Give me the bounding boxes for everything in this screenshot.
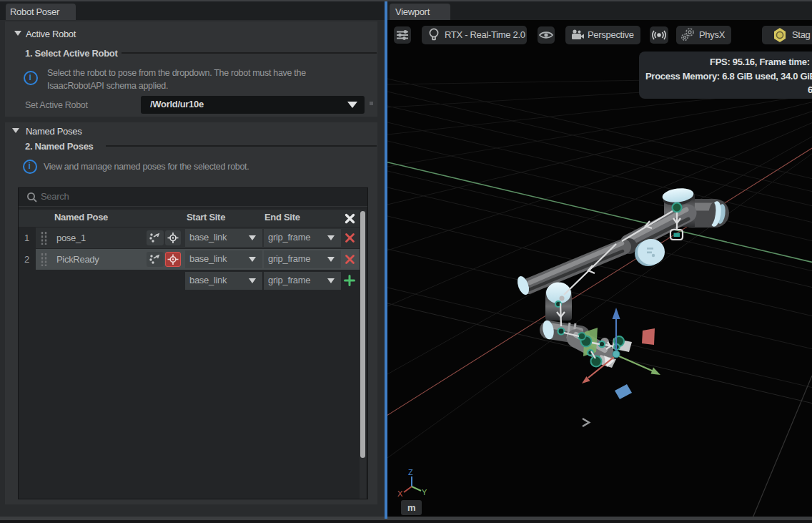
svg-text:X: X xyxy=(397,489,403,498)
svg-text:Z: Z xyxy=(408,468,413,476)
svg-text:Y: Y xyxy=(422,488,427,497)
